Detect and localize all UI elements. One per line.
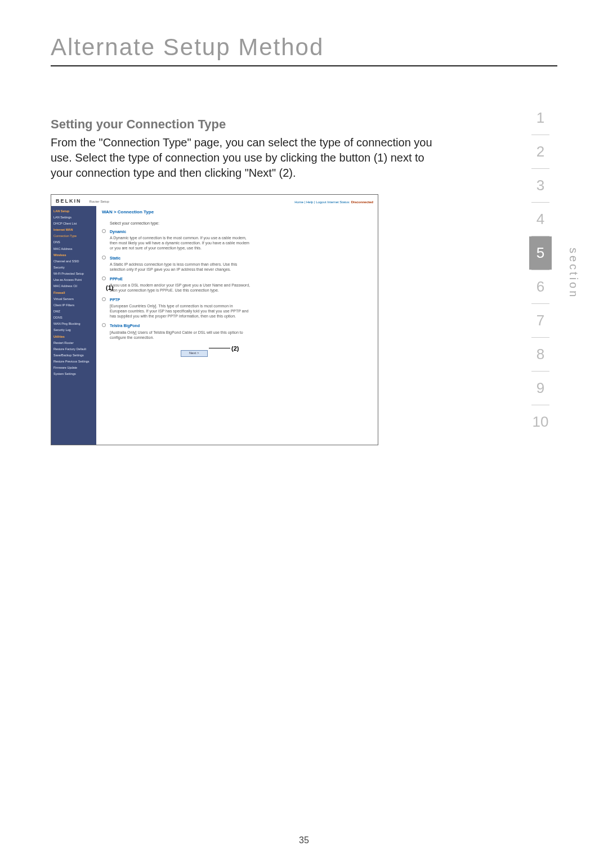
section-nav-9[interactable]: 9 bbox=[529, 372, 552, 405]
option-desc: A Dynamic type of connection is the most… bbox=[110, 235, 251, 250]
radio-button[interactable] bbox=[102, 297, 106, 301]
sidebar-item[interactable]: Restore Previous Settings bbox=[53, 359, 94, 365]
radio-button[interactable] bbox=[102, 323, 106, 327]
sidebar-item[interactable]: DMZ bbox=[53, 308, 94, 315]
ss-main: WAN > Connection Type Select your connec… bbox=[96, 206, 378, 445]
radio-button[interactable] bbox=[102, 229, 106, 233]
sidebar-category: LAN Setup bbox=[53, 208, 94, 214]
ss-header-links[interactable]: Home | Help | Logout Internet Status: bbox=[294, 200, 350, 204]
section-nav-4[interactable]: 4 bbox=[529, 203, 552, 236]
section-subhead: Setting your Connection Type bbox=[51, 117, 445, 132]
section-nav-10[interactable]: 10 bbox=[529, 405, 552, 439]
ss-header: BELKIN Router Setup Home | Help | Logout… bbox=[51, 195, 378, 206]
option-label: PPPoE bbox=[110, 276, 372, 281]
connection-option: Telstra BigPond[Australia Only] Users of… bbox=[110, 323, 372, 339]
sidebar-item[interactable]: Firmware Update bbox=[53, 365, 94, 371]
sidebar-item[interactable]: LAN Settings bbox=[53, 214, 94, 221]
section-nav-5[interactable]: 5 bbox=[529, 236, 552, 270]
option-label: Telstra BigPond bbox=[110, 323, 372, 328]
option-label: Dynamic bbox=[110, 229, 372, 234]
ss-status: Disconnected bbox=[351, 200, 373, 204]
ss-brand-sub: Router Setup bbox=[89, 200, 109, 203]
option-desc: [Australia Only] Users of Telstra BigPon… bbox=[110, 330, 251, 340]
option-label: PPTP bbox=[110, 297, 372, 302]
sidebar-item[interactable]: Wi-Fi Protected Setup bbox=[53, 271, 94, 277]
sidebar-category: Wireless bbox=[53, 252, 94, 258]
sidebar-category: Internet WAN bbox=[53, 227, 94, 233]
next-button[interactable]: Next > bbox=[181, 350, 208, 357]
sidebar-item[interactable]: Restart Router bbox=[53, 340, 94, 346]
section-nav-2[interactable]: 2 bbox=[529, 135, 552, 168]
section-label: section bbox=[567, 248, 580, 299]
sidebar-item[interactable]: DDNS bbox=[53, 315, 94, 321]
sidebar-item[interactable]: System Settings bbox=[53, 371, 94, 377]
section-nav-6[interactable]: 6 bbox=[529, 270, 552, 303]
sidebar-item[interactable]: Connection Type bbox=[53, 233, 94, 239]
sidebar-item[interactable]: Restore Factory Default bbox=[53, 346, 94, 352]
sidebar-item[interactable]: Virtual Servers bbox=[53, 296, 94, 302]
sidebar-item[interactable]: Channel and SSID bbox=[53, 258, 94, 265]
option-label: Static bbox=[110, 256, 372, 261]
ss-breadcrumb: WAN > Connection Type bbox=[102, 209, 372, 215]
callout-1: (1) bbox=[106, 284, 113, 291]
sidebar-item[interactable]: DNS bbox=[53, 239, 94, 245]
connection-option: StaticA Static IP address connection typ… bbox=[110, 256, 372, 272]
sidebar-item[interactable]: MAC Address bbox=[53, 246, 94, 252]
radio-button[interactable] bbox=[102, 256, 106, 259]
section-nav: 12345678910 bbox=[529, 101, 552, 439]
connection-option: DynamicA Dynamic type of connection is t… bbox=[110, 229, 372, 250]
connection-option: PPPoEIf you use a DSL modem and/or your … bbox=[110, 276, 372, 293]
page-title: Alternate Setup Method bbox=[51, 34, 557, 61]
option-desc: [European Countries Only]. This type of … bbox=[110, 303, 251, 319]
sidebar-item[interactable]: WAN Ping Blocking bbox=[53, 321, 94, 327]
sidebar-item[interactable]: MAC Address Ctl bbox=[53, 283, 94, 289]
sidebar-item[interactable]: Client IP Filters bbox=[53, 302, 94, 308]
sidebar-category: Firewall bbox=[53, 290, 94, 296]
callout-2: (2) bbox=[231, 344, 239, 352]
body-text: From the "Connection Type" page, you can… bbox=[51, 135, 445, 181]
option-desc: If you use a DSL modem and/or your ISP g… bbox=[110, 283, 251, 293]
section-nav-1[interactable]: 1 bbox=[529, 101, 552, 135]
sidebar-item[interactable]: Save/Backup Settings bbox=[53, 352, 94, 359]
ss-header-right: Home | Help | Logout Internet Status: Di… bbox=[294, 200, 373, 205]
sidebar-item[interactable]: DHCP Client List bbox=[53, 221, 94, 227]
callout-2-line bbox=[209, 348, 230, 348]
section-nav-8[interactable]: 8 bbox=[529, 338, 552, 371]
sidebar-item[interactable]: Security Log bbox=[53, 327, 94, 333]
ss-sidebar: LAN SetupLAN SettingsDHCP Client ListInt… bbox=[51, 206, 96, 445]
sidebar-item[interactable]: Use as Access Point bbox=[53, 277, 94, 283]
radio-button[interactable] bbox=[102, 276, 106, 280]
sidebar-category: Utilities bbox=[53, 334, 94, 340]
title-rule bbox=[51, 65, 557, 66]
section-nav-3[interactable]: 3 bbox=[529, 169, 552, 202]
router-screenshot: BELKIN Router Setup Home | Help | Logout… bbox=[51, 194, 378, 445]
option-desc: A Static IP address connection type is l… bbox=[110, 262, 251, 272]
ss-instruction: Select your connection type: bbox=[110, 221, 372, 226]
ss-brand: BELKIN bbox=[56, 198, 82, 204]
page-number: 35 bbox=[0, 835, 608, 845]
connection-option: PPTP[European Countries Only]. This type… bbox=[110, 297, 372, 319]
section-nav-7[interactable]: 7 bbox=[529, 304, 552, 337]
sidebar-item[interactable]: Security bbox=[53, 265, 94, 271]
